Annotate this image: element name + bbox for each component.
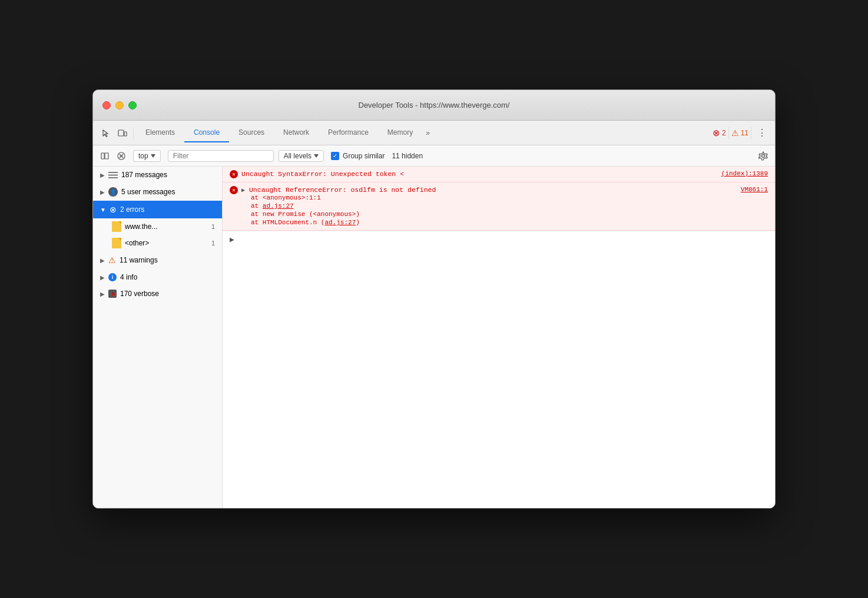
tab-overflow-button[interactable]: » xyxy=(422,127,433,139)
badge-separator xyxy=(728,127,729,139)
error-text-ref: ▶ Uncaught ReferenceError: osdlfm is not… xyxy=(241,186,436,194)
errors-label: 2 errors xyxy=(120,205,215,214)
stack-line-4: at HTMLDocument.n (ad.js:27) xyxy=(251,218,768,227)
filter-input[interactable] xyxy=(168,150,274,162)
sidebar-sub-item-www[interactable]: www.the... 1 xyxy=(107,218,222,235)
devtools-window: Developer Tools - https://www.theverge.c… xyxy=(92,89,776,509)
tab-memory[interactable]: Memory xyxy=(378,124,422,142)
error-link-syntax[interactable]: (index):1389 xyxy=(721,170,768,177)
arrow-icon: ▶ xyxy=(100,291,105,297)
sidebar-item-user-messages[interactable]: ▶ 👤 5 user messages xyxy=(93,183,222,201)
tab-network[interactable]: Network xyxy=(274,124,319,142)
file-count-www: 1 xyxy=(211,223,215,230)
info-icon: i xyxy=(108,273,117,281)
arrow-icon: ▶ xyxy=(100,189,105,195)
select-element-icon[interactable] xyxy=(98,125,114,141)
stack-link-ad2[interactable]: ad.js:27 xyxy=(324,219,356,226)
sidebar-item-warnings[interactable]: ▶ ⚠ 11 warnings xyxy=(93,251,222,269)
warning-icon: ⚠ xyxy=(108,255,116,265)
context-selector[interactable]: top xyxy=(133,150,161,162)
stack-line-2: at ad.js:27 xyxy=(251,202,768,210)
error-content: Uncaught SyntaxError: Unexpected token <… xyxy=(241,170,768,178)
sidebar: ▶ 187 messages ▶ 👤 5 user messages ▼ ⊗ 2… xyxy=(93,167,223,508)
user-icon: 👤 xyxy=(108,187,118,197)
stack-line-1: at <anonymous>:1:1 xyxy=(251,194,768,202)
sidebar-item-info[interactable]: ▶ i 4 info xyxy=(93,269,222,285)
titlebar: Developer Tools - https://www.theverge.c… xyxy=(93,90,775,121)
svg-point-7 xyxy=(762,154,765,157)
error-main-line-2: ▶ Uncaught ReferenceError: osdlfm is not… xyxy=(241,186,768,194)
file-name-www: www.the... xyxy=(125,222,208,231)
error-badge[interactable]: ⊗ 2 xyxy=(713,128,726,138)
info-label: 4 info xyxy=(120,273,215,281)
sidebar-item-errors[interactable]: ▼ ⊗ 2 errors xyxy=(93,201,222,218)
file-icon-other xyxy=(112,238,121,248)
arrow-icon: ▶ xyxy=(100,274,105,281)
file-icon xyxy=(112,221,121,232)
clear-console-button[interactable] xyxy=(114,149,128,163)
sidebar-item-all-messages[interactable]: ▶ 187 messages xyxy=(93,167,222,183)
error-content-2: ▶ Uncaught ReferenceError: osdlfm is not… xyxy=(241,186,768,227)
stack-line-3: at new Promise (<anonymous>) xyxy=(251,210,768,218)
tabs-bar: Elements Console Sources Network Perform… xyxy=(93,121,775,145)
group-similar-checkbox[interactable]: ✓ xyxy=(331,152,339,160)
error-icon: ✕ xyxy=(230,170,238,178)
collapse-sidebar-button[interactable] xyxy=(98,149,112,163)
toolbar-separator xyxy=(133,127,134,139)
maximize-button[interactable] xyxy=(128,101,137,109)
minimize-button[interactable] xyxy=(115,101,124,109)
window-title: Developer Tools - https://www.theverge.c… xyxy=(359,101,510,109)
error-icon-2: ✕ xyxy=(230,186,238,194)
error-row-reference: ✕ ▶ Uncaught ReferenceError: osdlfm is n… xyxy=(223,182,775,231)
svg-rect-0 xyxy=(118,130,124,136)
console-input-row: ▶ xyxy=(223,231,775,248)
tab-performance[interactable]: Performance xyxy=(319,124,378,142)
error-stack: at <anonymous>:1:1 at ad.js:27 at new Pr… xyxy=(241,194,768,227)
more-options-button[interactable]: ⋮ xyxy=(754,125,770,141)
arrow-icon: ▶ xyxy=(100,172,105,178)
error-text-syntax: Uncaught SyntaxError: Unexpected token < xyxy=(241,170,404,178)
level-selector[interactable]: All levels xyxy=(279,150,324,162)
error-row-syntax: ✕ Uncaught SyntaxError: Unexpected token… xyxy=(223,167,775,182)
main-content: ▶ 187 messages ▶ 👤 5 user messages ▼ ⊗ 2… xyxy=(93,167,775,508)
sidebar-item-verbose[interactable]: ▶ 🐞 170 verbose xyxy=(93,285,222,302)
error-link-ref[interactable]: VM861:1 xyxy=(741,186,768,193)
list-icon xyxy=(108,171,118,179)
expand-arrow[interactable]: ▶ xyxy=(241,187,245,194)
svg-rect-2 xyxy=(101,153,104,159)
console-prompt: ▶ xyxy=(230,235,234,244)
traffic-lights xyxy=(102,101,137,109)
console-input[interactable] xyxy=(238,236,768,244)
arrow-icon: ▼ xyxy=(100,207,106,213)
warnings-label: 11 warnings xyxy=(120,256,215,264)
verbose-icon: 🐞 xyxy=(108,290,117,298)
svg-rect-1 xyxy=(124,132,127,136)
group-similar-option[interactable]: ✓ Group similar xyxy=(331,152,385,160)
tab-elements[interactable]: Elements xyxy=(136,124,184,142)
errors-sub-items: www.the... 1 <other> 1 xyxy=(93,218,222,251)
tab-sources[interactable]: Sources xyxy=(229,124,274,142)
file-name-other: <other> xyxy=(125,239,208,247)
settings-button[interactable] xyxy=(756,149,770,163)
tab-console[interactable]: Console xyxy=(184,124,229,142)
stack-link-ad1[interactable]: ad.js:27 xyxy=(263,202,294,210)
device-toggle-icon[interactable] xyxy=(114,125,131,141)
close-button[interactable] xyxy=(102,101,111,109)
arrow-icon: ▶ xyxy=(100,257,105,264)
file-count-other: 1 xyxy=(211,240,215,247)
all-messages-label: 187 messages xyxy=(121,171,215,179)
console-toolbar: top All levels ✓ Group similar 11 hidden xyxy=(93,145,775,167)
error-main-line: Uncaught SyntaxError: Unexpected token <… xyxy=(241,170,768,178)
sidebar-sub-item-other[interactable]: <other> 1 xyxy=(107,235,222,251)
svg-rect-3 xyxy=(105,153,108,159)
hidden-count: 11 hidden xyxy=(392,152,423,160)
verbose-label: 170 verbose xyxy=(120,290,215,298)
badge-separator-2 xyxy=(751,127,751,139)
warning-badge[interactable]: ⚠ 11 xyxy=(731,128,748,138)
console-output[interactable]: ✕ Uncaught SyntaxError: Unexpected token… xyxy=(223,167,775,508)
user-messages-label: 5 user messages xyxy=(121,188,215,196)
